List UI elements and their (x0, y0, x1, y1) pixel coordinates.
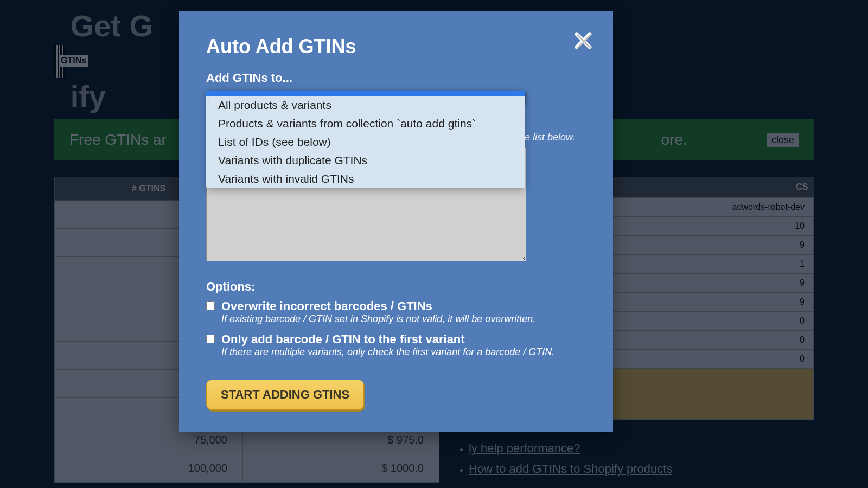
overwrite-desc: If existing barcode / GTIN set in Shopif… (221, 313, 535, 325)
overwrite-checkbox[interactable] (206, 301, 215, 310)
first-variant-checkbox[interactable] (206, 335, 215, 343)
dropdown-option-ids[interactable]: List of IDs (see below) (206, 133, 525, 151)
modal-close-button[interactable] (572, 30, 594, 52)
dropdown-option-duplicate[interactable]: Variants with duplicate GTINs (206, 151, 525, 170)
target-select-dropdown: All products & variants Products & varia… (206, 91, 525, 188)
auto-add-gtins-modal: Auto Add GTINs Add GTINs to... All produ… (179, 11, 613, 432)
modal-title: Auto Add GTINs (206, 35, 586, 58)
first-variant-desc: If there are multiple variants, only che… (221, 346, 554, 358)
dropdown-option-collection[interactable]: Products & variants from collection `aut… (206, 114, 525, 133)
add-to-label: Add GTINs to... (206, 71, 586, 85)
options-header: Options: (206, 280, 586, 294)
dropdown-option-all[interactable]: All products & variants (206, 96, 525, 114)
overwrite-label: Overwrite incorrect barcodes / GTINs (221, 299, 535, 313)
start-adding-button[interactable]: START ADDING GTINS (206, 380, 364, 410)
dropdown-option-blank[interactable] (206, 91, 525, 96)
dropdown-option-invalid[interactable]: Variants with invalid GTINs (206, 170, 525, 188)
first-variant-label: Only add barcode / GTIN to the first var… (221, 332, 554, 346)
